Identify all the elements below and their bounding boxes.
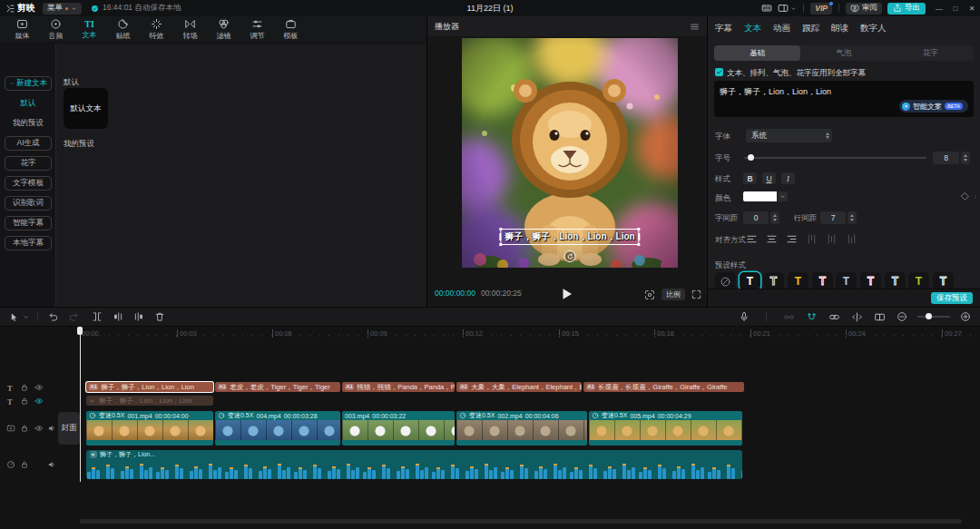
line-spacing-stepper[interactable]: [848, 211, 857, 224]
delete-right-button[interactable]: [132, 309, 146, 324]
video-preview[interactable]: 狮子，狮子，Lion，Lion，Lion: [462, 38, 678, 268]
underline-button[interactable]: U: [762, 172, 776, 184]
preset-tile[interactable]: T: [933, 272, 954, 290]
menu-button[interactable]: 菜单: [43, 3, 82, 15]
tab-subtitle[interactable]: 字幕: [715, 23, 732, 34]
resize-handle[interactable]: [499, 243, 502, 246]
sidebar-item-my-presets[interactable]: 我的预设: [5, 116, 52, 131]
sidebar-item-local-captions[interactable]: 本地字幕: [5, 236, 52, 250]
rotate-handle[interactable]: [564, 250, 576, 262]
video-clip[interactable]: 变速0.5X 004.mp4 00:00:03:28: [215, 411, 340, 446]
align-right-button[interactable]: [786, 233, 798, 245]
sidebar-item-lyrics-recognition[interactable]: 识别歌词: [5, 196, 52, 211]
sidebar-item-ai-generate[interactable]: AI生成: [5, 136, 52, 151]
tab-audio[interactable]: 音频: [39, 16, 73, 43]
tab-digital-human[interactable]: 数字人: [860, 23, 887, 34]
align-vertical-bottom-button[interactable]: [846, 233, 858, 245]
lock-track-button[interactable]: [20, 460, 29, 469]
tab-filter[interactable]: 滤镜: [207, 16, 240, 43]
subtab-basic[interactable]: 基础: [714, 45, 800, 61]
vip-badge[interactable]: VIP: [810, 3, 832, 15]
shortcuts-button[interactable]: [760, 1, 774, 15]
preset-tile[interactable]: T: [812, 272, 833, 290]
preset-tile[interactable]: T: [836, 272, 857, 290]
preset-tile[interactable]: T: [763, 272, 784, 290]
tab-text-props[interactable]: 文本: [744, 23, 761, 34]
fit-scale-button[interactable]: [644, 289, 655, 300]
ratio-button[interactable]: 比例: [662, 289, 685, 300]
color-picker-button[interactable]: [960, 191, 970, 201]
tab-tracking[interactable]: 跟踪: [802, 23, 819, 34]
preset-tile[interactable]: T: [908, 272, 929, 290]
select-tool-button[interactable]: [6, 309, 21, 324]
delete-button[interactable]: [152, 309, 167, 324]
tab-media[interactable]: 媒体: [5, 16, 39, 43]
italic-button[interactable]: I: [781, 172, 795, 184]
letter-spacing-stepper[interactable]: [770, 211, 779, 224]
audio-clip[interactable]: 狮子，狮子，Lion...: [86, 450, 742, 479]
size-slider-thumb[interactable]: [748, 154, 754, 161]
fullscreen-button[interactable]: [691, 289, 701, 299]
undo-button[interactable]: [46, 309, 61, 324]
playhead[interactable]: [80, 327, 81, 482]
subtab-bubble[interactable]: 气泡: [800, 45, 887, 61]
size-stepper[interactable]: [961, 152, 970, 164]
link-clips-button[interactable]: [781, 309, 796, 324]
toggle-visibility-button[interactable]: [34, 383, 44, 392]
resize-handle[interactable]: [499, 233, 501, 240]
size-value-box[interactable]: 8: [933, 152, 959, 164]
subtitle-clip[interactable]: A1 老虎，老虎，Tiger，Tiger，Tiger: [215, 382, 340, 392]
align-left-button[interactable]: [746, 233, 758, 245]
select-tool-caret[interactable]: [23, 314, 29, 320]
minimize-button[interactable]: —: [931, 5, 947, 13]
align-vertical-top-button[interactable]: [806, 233, 818, 245]
subtitle-clip[interactable]: A1 狮子，狮子，Lion，Lion，Lion: [86, 382, 213, 392]
apply-all-checkbox[interactable]: [715, 68, 723, 76]
text-content-box[interactable]: 狮子，狮子，Lion，Lion，Lion ✦ 智能文案 BETA: [714, 81, 974, 117]
cover-button[interactable]: 封面: [58, 412, 80, 445]
mute-track-button[interactable]: [47, 424, 56, 433]
letter-spacing-box[interactable]: 0: [743, 211, 769, 224]
auto-snap-button[interactable]: [827, 309, 841, 324]
tab-transition[interactable]: 转场: [173, 16, 207, 43]
preset-tile[interactable]: T: [740, 272, 760, 290]
lock-track-button[interactable]: [20, 383, 29, 392]
color-dropdown[interactable]: [778, 191, 788, 201]
layout-switch-button[interactable]: [778, 3, 797, 14]
line-spacing-box[interactable]: 7: [820, 211, 846, 224]
timeline[interactable]: 00:00 00:03 00:06 00:09 00:12 00:15 00:1…: [0, 327, 980, 529]
resize-handle[interactable]: [639, 233, 641, 240]
sidebar-item-default[interactable]: 默认: [5, 96, 52, 111]
tab-reading[interactable]: 朗读: [831, 23, 848, 34]
preset-tile[interactable]: T: [860, 272, 881, 290]
close-button[interactable]: ✕: [964, 5, 980, 13]
resize-handle[interactable]: [638, 228, 641, 230]
redo-button[interactable]: [66, 309, 81, 324]
preset-tile[interactable]: T: [885, 272, 906, 290]
sidebar-item-fancy-text[interactable]: 花字: [5, 156, 52, 171]
sidebar-item-new-text[interactable]: 新建文本: [5, 76, 52, 91]
smart-copy-toggle[interactable]: ✦ 智能文案 BETA: [899, 100, 968, 113]
lock-track-button[interactable]: [20, 424, 29, 433]
zoom-in-button[interactable]: [958, 309, 973, 324]
subtitle-overlay[interactable]: 狮子，狮子，Lion，Lion，Lion: [500, 229, 639, 245]
tab-animation[interactable]: 动画: [773, 23, 790, 34]
timeline-zoom-thumb[interactable]: [926, 313, 932, 319]
video-clip[interactable]: 003.mp4 00:00:03:22: [342, 411, 455, 446]
resize-handle[interactable]: [638, 243, 641, 246]
horizontal-scrollbar[interactable]: [80, 519, 962, 524]
color-swatch[interactable]: [743, 191, 777, 201]
mute-track-button[interactable]: [47, 460, 56, 469]
tab-text[interactable]: TI文本: [73, 16, 106, 43]
color-expand-chevron[interactable]: [972, 193, 979, 201]
play-button[interactable]: [562, 288, 573, 302]
bold-button[interactable]: B: [743, 172, 757, 184]
player-menu-button[interactable]: [690, 22, 700, 32]
tab-sticker[interactable]: 贴纸: [106, 16, 140, 43]
review-button[interactable]: 审阅: [846, 3, 882, 15]
tab-adjust[interactable]: 调节: [240, 16, 274, 43]
record-voice-button[interactable]: [737, 309, 751, 324]
preset-tile-none[interactable]: [715, 272, 736, 290]
tab-template[interactable]: 模板: [274, 16, 308, 43]
preset-tile[interactable]: T: [788, 272, 808, 290]
